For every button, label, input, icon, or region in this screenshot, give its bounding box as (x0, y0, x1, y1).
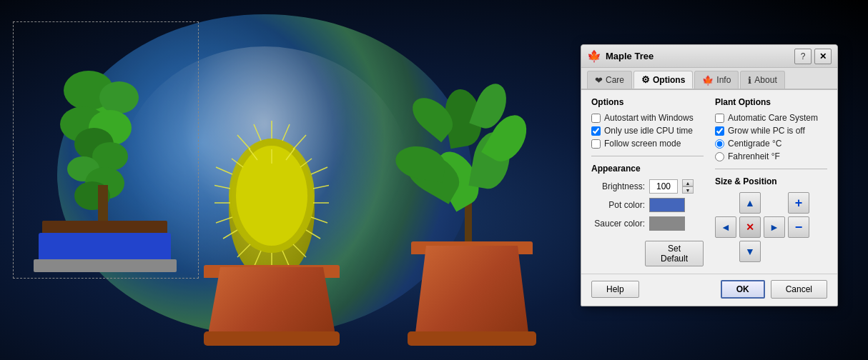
svg-line-4 (254, 124, 261, 141)
pot-color-swatch[interactable] (649, 198, 685, 212)
auto-care-row: Automatic Care System (715, 113, 827, 123)
brightness-spinner: ▲ ▼ (682, 179, 694, 194)
idle-cpu-label: Only use idle CPU time (604, 126, 693, 136)
set-default-button[interactable]: Set Default (645, 241, 704, 266)
plant-options-title: Plant Options (715, 97, 827, 107)
tab-care[interactable]: ❤ Care (587, 71, 632, 89)
saucer-color-row: Saucer color: (591, 216, 704, 231)
tab-info-label: Info (716, 75, 731, 85)
screen-mode-label: Follow screen mode (604, 139, 681, 149)
move-left-button[interactable]: ◄ (715, 216, 736, 238)
center-button[interactable]: ✕ (739, 216, 761, 238)
idle-cpu-checkbox[interactable] (591, 126, 601, 136)
right-plant-saucer (408, 331, 536, 346)
about-tab-icon: ℹ (748, 75, 751, 86)
svg-line-21 (237, 244, 250, 257)
svg-line-10 (311, 217, 327, 223)
tab-about-label: About (754, 75, 776, 85)
appearance-title: Appearance (591, 164, 704, 174)
plants-area (0, 0, 579, 360)
brightness-row: Brightness: ▲ ▼ (591, 179, 704, 194)
help-button[interactable]: ? (794, 49, 812, 64)
size-position-section: Size & Position ▲ + ◄ ✕ ► − ▼ (715, 169, 827, 264)
autostart-row: Autostart with Windows (591, 113, 704, 123)
leaf (393, 143, 448, 183)
screen-mode-checkbox[interactable] (591, 139, 601, 149)
options-section-title: Options (591, 97, 704, 107)
pot-color-label: Pot color: (591, 200, 645, 210)
centigrade-radio[interactable] (715, 139, 724, 149)
tab-options-label: Options (653, 75, 685, 85)
svg-line-16 (223, 230, 237, 239)
svg-line-15 (216, 217, 232, 223)
left-column: Options Autostart with Windows Only use … (591, 97, 704, 266)
screen-mode-row: Follow screen mode (591, 139, 704, 149)
cactus-spines (214, 117, 329, 289)
grow-while-off-checkbox[interactable] (715, 126, 724, 136)
planter-base (34, 259, 177, 272)
autostart-checkbox[interactable] (591, 114, 601, 123)
svg-line-6 (237, 135, 250, 149)
pot-color-row: Pot color: (591, 198, 704, 212)
small-tree-container (13, 21, 199, 279)
leaf-cluster (99, 81, 139, 114)
dialog-content: Options Autostart with Windows Only use … (581, 90, 837, 274)
cactus-saucer (204, 331, 340, 346)
pot-area (28, 221, 171, 278)
right-plant-area (400, 81, 543, 339)
svg-line-8 (313, 185, 329, 189)
svg-line-20 (293, 244, 306, 257)
svg-line-7 (311, 167, 327, 174)
right-plant-pot (415, 246, 529, 339)
center-x-icon: ✕ (746, 221, 754, 233)
move-up-button[interactable]: ▲ (739, 192, 761, 214)
tab-care-label: Care (606, 75, 624, 85)
centigrade-label: Centigrade °C (728, 139, 782, 149)
svg-line-5 (293, 135, 306, 149)
plant-leaves (415, 89, 529, 246)
auto-care-checkbox[interactable] (715, 114, 724, 123)
ok-button[interactable]: OK (721, 280, 765, 299)
grow-while-off-label: Grow while PC is off (728, 126, 805, 136)
fahrenheit-radio[interactable] (715, 152, 724, 161)
appearance-section: Appearance Brightness: ▲ ▼ Pot color: Sa… (591, 156, 704, 266)
titlebar: 🍁 Maple Tree ? ✕ (581, 45, 837, 68)
tabs-bar: ❤ Care ⚙ Options 🍁 Info ℹ About (581, 68, 837, 90)
size-plus-button[interactable]: + (788, 192, 809, 214)
brightness-input[interactable] (649, 179, 678, 194)
tab-about[interactable]: ℹ About (740, 71, 784, 89)
care-tab-icon: ❤ (595, 75, 603, 86)
title-text: Maple Tree (606, 51, 791, 61)
fahrenheit-label: Fahrenheit °F (728, 151, 780, 161)
centigrade-row: Centigrade °C (715, 139, 827, 149)
saucer-color-swatch[interactable] (649, 216, 685, 231)
autostart-label: Autostart with Windows (604, 113, 694, 123)
tab-options[interactable]: ⚙ Options (633, 71, 693, 89)
auto-care-label: Automatic Care System (728, 113, 818, 123)
grow-while-off-row: Grow while PC is off (715, 126, 827, 136)
svg-line-13 (214, 185, 230, 189)
options-tab-icon: ⚙ (641, 74, 650, 85)
dialog-window: 🍁 Maple Tree ? ✕ ❤ Care ⚙ Options 🍁 Info… (581, 44, 838, 306)
dialog-footer: Help OK Cancel (581, 274, 837, 306)
brightness-label: Brightness: (591, 181, 645, 191)
right-column: Plant Options Automatic Care System Grow… (715, 97, 827, 266)
svg-line-3 (282, 124, 290, 141)
tab-info[interactable]: 🍁 Info (694, 71, 739, 89)
cactus-area (193, 81, 350, 339)
title-icon: 🍁 (587, 49, 601, 63)
size-minus-button[interactable]: − (788, 216, 809, 238)
idle-cpu-row: Only use idle CPU time (591, 126, 704, 136)
move-down-button[interactable]: ▼ (739, 241, 761, 262)
brightness-down-btn[interactable]: ▼ (682, 186, 694, 194)
brightness-up-btn[interactable]: ▲ (682, 179, 694, 186)
fahrenheit-row: Fahrenheit °F (715, 151, 827, 161)
svg-line-11 (306, 230, 320, 239)
size-pos-title: Size & Position (715, 176, 827, 186)
move-right-button[interactable]: ► (764, 216, 785, 238)
cancel-button[interactable]: Cancel (771, 280, 827, 299)
tree-foliage (56, 71, 149, 228)
position-grid: ▲ + ◄ ✕ ► − ▼ (715, 192, 811, 264)
help-footer-button[interactable]: Help (591, 281, 639, 298)
close-button[interactable]: ✕ (814, 49, 832, 64)
